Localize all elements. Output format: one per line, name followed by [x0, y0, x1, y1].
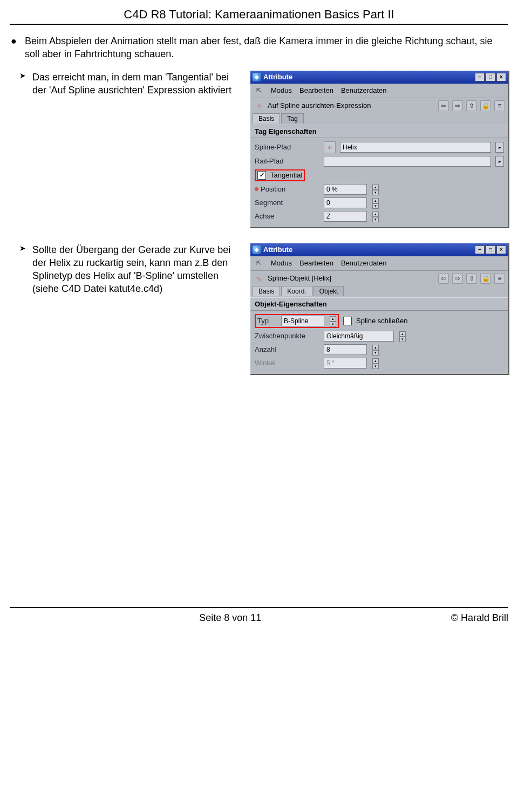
- maximize-button[interactable]: □: [486, 73, 495, 81]
- checkbox-tangential[interactable]: ✓: [257, 171, 266, 180]
- next-icon[interactable]: ⇨: [452, 273, 463, 284]
- tab-koord[interactable]: Koord.: [281, 286, 312, 296]
- label-tangential: Tangential: [270, 171, 302, 179]
- spinner-winkel: ▴▾: [372, 358, 379, 368]
- label-anzahl: Anzahl: [255, 345, 319, 353]
- spline-icon: ∿: [254, 273, 264, 284]
- pin-icon[interactable]: ⇱: [254, 258, 263, 268]
- menu-benutzerdaten[interactable]: Benutzerdaten: [341, 259, 387, 267]
- panel-title: Attribute: [263, 245, 292, 254]
- up-icon[interactable]: ⇧: [466, 100, 477, 111]
- doc-step-2: Sollte der Übergang der Gerade zur Kurve…: [10, 243, 242, 296]
- app-icon: ◆: [253, 245, 261, 254]
- tab-basis[interactable]: Basis: [253, 113, 280, 124]
- close-button[interactable]: ×: [496, 245, 506, 254]
- menu-bearbeiten[interactable]: Bearbeiten: [299, 259, 333, 267]
- tab-objekt[interactable]: Objekt: [313, 286, 344, 296]
- dropdown-arrow-icon[interactable]: ▸: [495, 156, 504, 167]
- input-position[interactable]: 0 %: [324, 184, 367, 195]
- input-typ[interactable]: B-Spline: [281, 316, 324, 326]
- menu-bearbeiten[interactable]: Bearbeiten: [299, 86, 333, 94]
- dropdown-arrow-icon[interactable]: ▸: [495, 142, 504, 153]
- object-name: Spline-Objekt [Helix]: [268, 274, 435, 282]
- section-head: Objekt-Eigenschaften: [250, 297, 508, 311]
- label-winkel: Winkel: [255, 359, 319, 367]
- app-icon: ◆: [253, 73, 261, 81]
- doc-bullet: Beim Abspielen der Animation stellt man …: [10, 35, 508, 61]
- input-anzahl[interactable]: 8: [324, 344, 367, 355]
- page-number: Seite 8 von 11: [10, 612, 451, 624]
- menu-modus[interactable]: Modus: [271, 259, 292, 267]
- label-railpfad: Rail-Pfad: [255, 157, 319, 165]
- panel-title: Attribute: [263, 73, 292, 81]
- dropdown-achse[interactable]: ▴▾: [372, 211, 379, 221]
- input-railpfad[interactable]: [324, 156, 491, 167]
- expression-icon: ⟡: [254, 100, 264, 111]
- link-icon[interactable]: ⟡: [324, 141, 336, 153]
- input-splinepfad[interactable]: Helix: [340, 142, 491, 153]
- maximize-button[interactable]: □: [486, 245, 495, 254]
- tab-basis[interactable]: Basis: [253, 286, 280, 296]
- spinner-segment[interactable]: ▴▾: [372, 198, 379, 208]
- label-zwischenpunkte: Zwischenpunkte: [255, 332, 319, 340]
- label-splinepfad: Spline-Pfad: [255, 143, 319, 151]
- attribute-panel-spline: ◆ Attribute – □ × ⇱ Modus Bearbeiten Ben…: [250, 243, 509, 375]
- tab-tag[interactable]: Tag: [281, 113, 303, 124]
- list-icon[interactable]: ≡: [494, 100, 505, 111]
- menu-benutzerdaten[interactable]: Benutzerdaten: [341, 86, 387, 94]
- minimize-button[interactable]: –: [475, 73, 485, 81]
- lock-icon[interactable]: 🔒: [480, 273, 491, 284]
- typ-highlight: Typ B-Spline ▴▾: [255, 314, 339, 328]
- tangential-highlight: ✓ Tangential: [255, 169, 305, 181]
- input-winkel: 5 °: [324, 358, 367, 369]
- dropdown-typ[interactable]: ▴▾: [330, 316, 336, 326]
- label-segment: Segment: [255, 199, 319, 207]
- spinner-position[interactable]: ▴▾: [372, 185, 379, 194]
- spinner-anzahl[interactable]: ▴▾: [372, 345, 379, 354]
- up-icon[interactable]: ⇧: [466, 273, 477, 284]
- attribute-panel-expression: ◆ Attribute – □ × ⇱ Modus Bearbeiten Ben…: [250, 71, 509, 228]
- author: © Harald Brill: [451, 612, 508, 624]
- next-icon[interactable]: ⇨: [452, 100, 463, 111]
- menu-modus[interactable]: Modus: [271, 86, 292, 94]
- list-icon[interactable]: ≡: [494, 273, 505, 284]
- minimize-button[interactable]: –: [475, 245, 485, 254]
- section-head: Tag Eigenschaften: [250, 125, 508, 138]
- label-typ: Typ: [257, 317, 277, 325]
- input-achse[interactable]: Z: [324, 211, 367, 222]
- input-zwischenpunkte[interactable]: Gleichmäßig: [324, 331, 394, 342]
- panel-titlebar[interactable]: ◆ Attribute – □ ×: [250, 243, 508, 256]
- object-name: Auf Spline ausrichten-Expression: [268, 101, 435, 110]
- prev-icon[interactable]: ⇦: [438, 273, 449, 284]
- lock-icon[interactable]: 🔒: [480, 100, 491, 111]
- label-close-spline: Spline schließen: [356, 317, 407, 325]
- page-title: C4D R8 Tutorial: Kameraanimationen Basic…: [10, 0, 508, 25]
- input-segment[interactable]: 0: [324, 197, 367, 208]
- prev-icon[interactable]: ⇦: [438, 100, 449, 111]
- label-achse: Achse: [255, 212, 319, 220]
- checkbox-close-spline[interactable]: [343, 317, 352, 325]
- doc-step-1: Das erreicht man, in dem man 'Tangential…: [10, 71, 242, 97]
- label-position: Position: [255, 185, 319, 193]
- dropdown-zwischenpunkte[interactable]: ▴▾: [399, 331, 406, 341]
- close-button[interactable]: ×: [496, 73, 506, 81]
- panel-titlebar[interactable]: ◆ Attribute – □ ×: [250, 71, 508, 84]
- pin-icon[interactable]: ⇱: [254, 86, 263, 95]
